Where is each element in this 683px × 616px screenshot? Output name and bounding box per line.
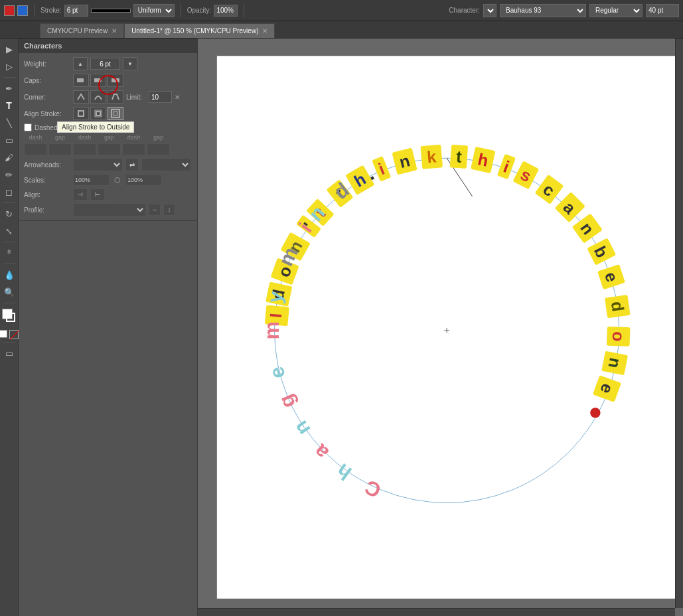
svg-rect-0 (77, 78, 84, 82)
weight-input[interactable] (90, 58, 120, 70)
align-right-btn[interactable]: ⊢ (90, 189, 105, 200)
corner-miter-btn[interactable] (73, 90, 89, 104)
toolbar-divider-3 (244, 4, 244, 17)
profile-flip-h-btn[interactable]: ↔ (149, 204, 161, 216)
opacity-label: Opacity: (187, 7, 212, 14)
align-row: Align: ⊣ ⊢ (24, 189, 192, 200)
limit-label: Limit: (126, 94, 146, 101)
fill-color-swatch[interactable] (4, 5, 15, 16)
weight-decrement[interactable]: ▲ (73, 57, 88, 70)
stroke-type-dropdown[interactable]: Uniform (133, 4, 175, 17)
cap-square-btn[interactable] (108, 74, 123, 87)
align-left-btn[interactable]: ⊣ (73, 189, 88, 200)
arrowhead-swap-btn[interactable]: ⇄ (125, 158, 139, 171)
screen-mode-btn[interactable]: ▭ (1, 345, 17, 361)
dashed-line-checkbox[interactable] (24, 123, 32, 131)
dash-gap-labels-row: dash gap dash gap dash gap (24, 134, 192, 141)
align-stroke-inside-btn[interactable] (90, 107, 106, 120)
tab-1[interactable]: Untitled-1* @ 150 % (CMYK/CPU Preview) ✕ (124, 23, 275, 38)
limit-input[interactable] (149, 91, 172, 103)
dash-label-2: dash (73, 134, 96, 141)
rotate-tool[interactable]: ↻ (1, 206, 17, 222)
font-name-dropdown[interactable]: Bauhaus 93 (500, 4, 586, 17)
rect-tool[interactable]: ▭ (1, 132, 17, 148)
horizontal-scrollbar[interactable] (198, 608, 675, 616)
arrowhead-start-select[interactable] (73, 158, 123, 171)
stroke-panel: Weight: ▲ ▼ Caps: (19, 53, 197, 221)
stroke-swatch[interactable] (6, 313, 15, 322)
corner-bevel-btn[interactable] (108, 90, 123, 104)
tab-1-close[interactable]: ✕ (262, 27, 267, 35)
profile-select[interactable] (73, 203, 146, 216)
font-size-input[interactable] (646, 4, 679, 17)
profile-flip-v-btn[interactable]: ↕ (163, 204, 175, 216)
weight-row: Weight: ▲ ▼ (24, 57, 192, 70)
stroke-line-preview (91, 9, 131, 13)
eyedropper-tool[interactable]: 💧 (1, 267, 17, 283)
line-tool[interactable]: ╲ (1, 115, 17, 131)
align-label: Align: (24, 191, 70, 198)
toolbar-divider-1 (34, 4, 35, 17)
vertical-scrollbar[interactable] (675, 38, 683, 608)
type-tool[interactable]: T (1, 98, 17, 114)
gap-label-1: gap (48, 134, 72, 141)
arrowhead-end-select[interactable] (141, 158, 191, 171)
svg-rect-4 (78, 111, 84, 116)
svg-rect-7 (114, 112, 117, 116)
fill-mode-btn[interactable] (0, 330, 7, 338)
svg-text:m: m (260, 321, 283, 339)
align-stroke-outside-btn[interactable] (108, 107, 123, 120)
corner-round-btn[interactable] (90, 90, 106, 104)
opacity-input[interactable] (214, 5, 238, 17)
paintbrush-tool[interactable]: 🖌 (1, 149, 17, 165)
profile-row: Profile: ↔ ↕ (24, 203, 192, 216)
eraser-tool[interactable]: ◻ (1, 184, 17, 200)
gap-input-1[interactable] (48, 143, 72, 155)
gap-input-3[interactable] (147, 143, 170, 155)
canvas-area[interactable]: I d o n (198, 38, 683, 616)
dash-input-2[interactable] (73, 143, 96, 155)
pencil-tool[interactable]: ✏ (1, 167, 17, 183)
scale-tool[interactable]: ⤡ (1, 223, 17, 239)
none-mode-btn[interactable] (9, 330, 19, 339)
scale1-input[interactable] (73, 174, 110, 186)
tool-sep-1 (3, 77, 16, 78)
panel-title: Characters (19, 38, 197, 53)
character-type-dropdown[interactable]: A (483, 4, 496, 17)
limit-close[interactable]: ✕ (175, 94, 180, 101)
gap-label-3: gap (147, 134, 170, 141)
artwork-svg: I d o n (198, 38, 683, 616)
toolbar-color-section (4, 5, 28, 16)
gap-label-2: gap (98, 134, 121, 141)
dashed-line-label[interactable]: Dashed Line (24, 123, 72, 131)
selection-tool[interactable]: ▶ (1, 41, 17, 57)
tool-strip: ▶ ▷ ✒ T ╲ ▭ 🖌 ✏ ◻ ↻ ⤡ ⁸ 💧 🔍 ▭ (0, 38, 19, 616)
align-stroke-center-btn[interactable] (73, 107, 89, 120)
top-toolbar: Stroke: Uniform Opacity: Character: A Ba… (0, 0, 683, 21)
font-style-dropdown[interactable]: Regular (589, 4, 643, 17)
align-stroke-buttons (73, 107, 123, 120)
dash-input-1[interactable] (24, 143, 47, 155)
dash-gap-inputs-row (24, 143, 192, 155)
tab-0[interactable]: CMYK/CPU Preview ✕ (40, 23, 124, 38)
tab-0-close[interactable]: ✕ (112, 27, 117, 35)
arrowheads-label: Arrowheads: (24, 161, 70, 169)
scale2-input[interactable] (125, 174, 162, 186)
scale-row: Scales: ⬡ (24, 174, 192, 186)
dash-input-3[interactable] (122, 143, 145, 155)
stroke-color-swatch[interactable] (17, 5, 28, 16)
direct-selection-tool[interactable]: ▷ (1, 58, 17, 74)
character-label: Character: (449, 7, 480, 14)
scale-link-icon[interactable]: ⬡ (112, 175, 123, 185)
cap-butt-btn[interactable] (73, 74, 89, 87)
zoom-tool[interactable]: 🔍 (1, 284, 17, 300)
svg-text:o: o (609, 331, 629, 342)
caps-label: Caps: (24, 77, 70, 84)
cap-round-btn[interactable] (90, 74, 106, 87)
blend-tool[interactable]: ⁸ (1, 245, 17, 261)
weight-increment[interactable]: ▼ (123, 57, 137, 70)
caps-row: Caps: (24, 74, 192, 87)
stroke-value-input[interactable] (64, 5, 88, 17)
gap-input-2[interactable] (98, 143, 121, 155)
pen-tool[interactable]: ✒ (1, 80, 17, 96)
